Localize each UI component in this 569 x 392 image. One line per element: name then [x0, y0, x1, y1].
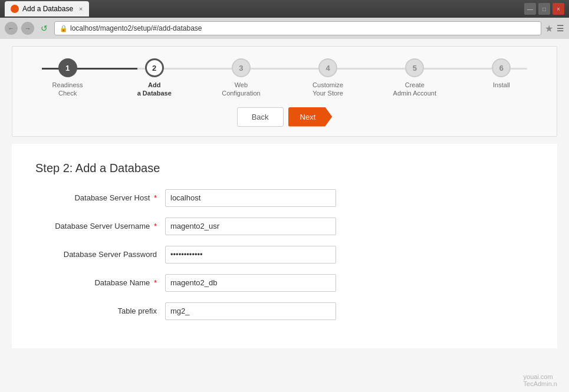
step-5-circle: 5	[405, 58, 424, 77]
forward-nav-button[interactable]: →	[21, 22, 34, 35]
required-star-username: *	[154, 222, 157, 230]
step-5: 5 CreateAdmin Account	[371, 58, 458, 98]
label-db-prefix: Table prefix	[35, 307, 165, 315]
maximize-button[interactable]: □	[538, 3, 550, 15]
step-3: 3 WebConfiguration	[198, 58, 284, 98]
browser-content: 1 ReadinessCheck 2 Adda Database 3 WebCo…	[0, 39, 569, 392]
label-db-name: Database Name *	[35, 278, 165, 287]
wizard-section: 1 ReadinessCheck 2 Adda Database 3 WebCo…	[12, 46, 557, 137]
url-bar[interactable]: 🔒 localhost/magento2/setup/#/add-databas…	[54, 21, 541, 35]
step-3-circle: 3	[232, 58, 251, 77]
label-db-host: Database Server Host *	[35, 193, 165, 202]
step-2-label: Adda Database	[137, 81, 172, 98]
steps-container: 1 ReadinessCheck 2 Adda Database 3 WebCo…	[12, 58, 557, 98]
input-db-password[interactable]	[165, 246, 336, 263]
step-6-label: Install	[493, 81, 510, 89]
form-row-dbname: Database Name *	[35, 274, 534, 292]
watermark: youai.comTecAdmin.n	[524, 373, 557, 387]
next-button-label: Next	[300, 113, 316, 121]
next-button[interactable]: Next	[288, 107, 333, 127]
form-row-username: Database Server Username *	[35, 218, 534, 235]
lock-icon: 🔒	[60, 25, 68, 32]
step-1-label: ReadinessCheck	[52, 81, 83, 98]
input-db-prefix[interactable]	[165, 302, 336, 320]
back-nav-button[interactable]: ←	[5, 22, 18, 35]
input-db-host[interactable]	[165, 189, 336, 207]
step-2: 2 Adda Database	[111, 58, 198, 98]
step-4-label: CustomizeYour Store	[313, 81, 343, 98]
url-text: localhost/magento2/setup/#/add-database	[70, 24, 202, 32]
step-2-circle: 2	[145, 58, 164, 77]
required-star-host: *	[154, 193, 157, 202]
step-6-circle: 6	[492, 58, 511, 77]
minimize-button[interactable]: —	[524, 3, 536, 15]
form-row-host: Database Server Host *	[35, 189, 534, 207]
tab-title: Add a Database	[22, 5, 73, 13]
close-button[interactable]: ×	[552, 3, 564, 15]
browser-tab[interactable]: Add a Database ×	[5, 1, 89, 17]
refresh-button[interactable]: ↺	[38, 22, 51, 35]
tab-close-button[interactable]: ×	[79, 5, 83, 12]
form-section: Step 2: Add a Database Database Server H…	[12, 144, 557, 348]
magento-icon	[11, 5, 19, 13]
label-db-password: Database Server Password	[35, 250, 165, 259]
window-controls: — □ ×	[524, 3, 564, 15]
required-star-dbname: *	[154, 278, 157, 287]
form-row-password: Database Server Password	[35, 246, 534, 263]
address-bar: ← → ↺ 🔒 localhost/magento2/setup/#/add-d…	[0, 18, 569, 39]
step-4: 4 CustomizeYour Store	[285, 58, 371, 98]
menu-button[interactable]: ☰	[557, 24, 564, 33]
input-db-name[interactable]	[165, 274, 336, 292]
label-db-username: Database Server Username *	[35, 222, 165, 230]
step-3-label: WebConfiguration	[222, 81, 260, 98]
back-button[interactable]: Back	[237, 107, 284, 127]
step-5-label: CreateAdmin Account	[393, 81, 436, 98]
form-row-prefix: Table prefix	[35, 302, 534, 320]
step-4-circle: 4	[318, 58, 337, 77]
step-1-circle: 1	[58, 58, 77, 77]
title-bar: Add a Database × — □ ×	[0, 0, 569, 18]
step-6: 6 Install	[458, 58, 545, 89]
step-1: 1 ReadinessCheck	[24, 58, 111, 98]
input-db-username[interactable]	[165, 218, 336, 235]
bookmark-button[interactable]: ★	[545, 23, 553, 34]
wizard-buttons: Back Next	[12, 107, 557, 127]
form-title: Step 2: Add a Database	[35, 162, 534, 175]
